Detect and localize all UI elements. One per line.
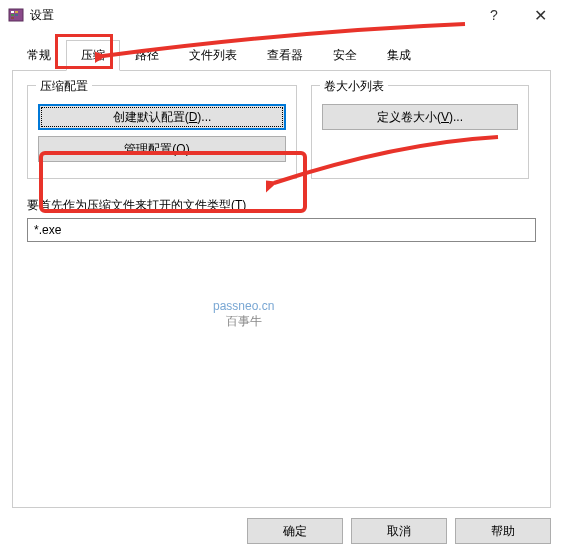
ok-button[interactable]: 确定 — [247, 518, 343, 544]
close-button[interactable]: ✕ — [517, 0, 563, 30]
svg-rect-5 — [11, 17, 14, 19]
tab-path[interactable]: 路径 — [120, 40, 174, 71]
tab-panel: 压缩配置 创建默认配置(D)... 管理配置(O)... 卷大小列表 定义卷大小… — [12, 70, 551, 508]
filetype-input[interactable] — [27, 218, 536, 242]
tab-general[interactable]: 常规 — [12, 40, 66, 71]
tab-strip: 常规 压缩 路径 文件列表 查看器 安全 集成 — [0, 40, 563, 71]
svg-rect-1 — [11, 11, 14, 13]
tab-filelist[interactable]: 文件列表 — [174, 40, 252, 71]
help-button[interactable]: ? — [471, 0, 517, 30]
svg-rect-4 — [15, 14, 18, 16]
window-title: 设置 — [30, 7, 471, 24]
app-icon — [8, 7, 24, 23]
volume-size-group: 卷大小列表 定义卷大小(V)... — [311, 85, 529, 179]
define-volume-size-button[interactable]: 定义卷大小(V)... — [322, 104, 518, 130]
volume-size-title: 卷大小列表 — [320, 78, 388, 95]
filetype-label: 要首先作为压缩文件来打开的文件类型(T) — [27, 197, 536, 214]
manage-config-button[interactable]: 管理配置(O)... — [38, 136, 286, 162]
watermark: passneo.cn 百事牛 — [213, 299, 274, 330]
tab-integration[interactable]: 集成 — [372, 40, 426, 71]
tab-security[interactable]: 安全 — [318, 40, 372, 71]
titlebar: 设置 ? ✕ — [0, 0, 563, 30]
dialog-footer: 确定 取消 帮助 — [247, 518, 551, 544]
compress-config-group: 压缩配置 创建默认配置(D)... 管理配置(O)... — [27, 85, 297, 179]
cancel-button[interactable]: 取消 — [351, 518, 447, 544]
create-default-config-button[interactable]: 创建默认配置(D)... — [38, 104, 286, 130]
tab-viewer[interactable]: 查看器 — [252, 40, 318, 71]
help-button-footer[interactable]: 帮助 — [455, 518, 551, 544]
svg-rect-2 — [15, 11, 18, 13]
svg-rect-3 — [11, 14, 14, 16]
window-controls: ? ✕ — [471, 0, 563, 30]
compress-config-title: 压缩配置 — [36, 78, 92, 95]
tab-compression[interactable]: 压缩 — [66, 40, 120, 71]
